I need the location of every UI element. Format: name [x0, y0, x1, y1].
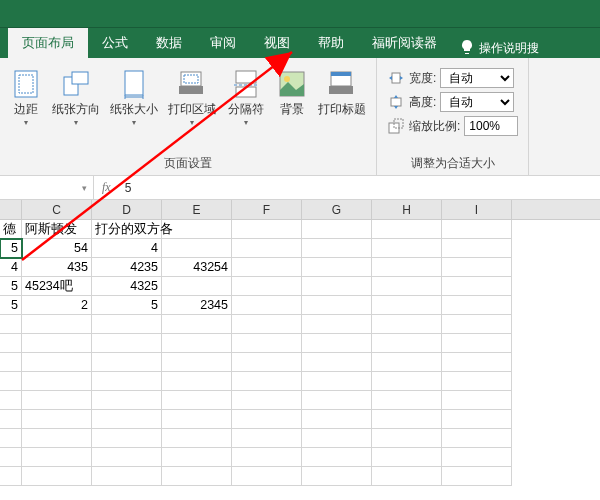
cell[interactable]	[442, 277, 512, 296]
cell[interactable]	[302, 258, 372, 277]
tab-data[interactable]: 数据	[142, 28, 196, 58]
cell[interactable]	[372, 448, 442, 467]
cell[interactable]: 4	[92, 239, 162, 258]
cell[interactable]	[372, 239, 442, 258]
cell[interactable]	[162, 467, 232, 486]
cell[interactable]	[22, 429, 92, 448]
cell[interactable]	[22, 353, 92, 372]
tab-foxit[interactable]: 福昕阅读器	[358, 28, 451, 58]
breaks-button[interactable]: 分隔符 ▾	[222, 66, 270, 129]
print-titles-button[interactable]: 打印标题	[314, 66, 370, 118]
cell[interactable]	[162, 410, 232, 429]
cell[interactable]	[162, 220, 232, 239]
cell[interactable]	[372, 467, 442, 486]
cell[interactable]	[442, 334, 512, 353]
cell[interactable]	[232, 372, 302, 391]
cell[interactable]	[22, 391, 92, 410]
cell[interactable]: 4235	[92, 258, 162, 277]
cell[interactable]	[232, 220, 302, 239]
cell[interactable]: 4325	[92, 277, 162, 296]
name-box[interactable]: ▾	[0, 176, 94, 199]
cell[interactable]	[92, 467, 162, 486]
select-all-corner[interactable]	[0, 200, 22, 219]
cell[interactable]	[162, 334, 232, 353]
cell[interactable]	[442, 372, 512, 391]
cell[interactable]	[372, 353, 442, 372]
height-select[interactable]: 自动	[440, 92, 514, 112]
cell[interactable]	[302, 429, 372, 448]
cell[interactable]: 阿斯顿发	[22, 220, 92, 239]
cell[interactable]	[92, 448, 162, 467]
cell[interactable]	[162, 391, 232, 410]
col-header[interactable]: F	[232, 200, 302, 219]
cell[interactable]	[372, 372, 442, 391]
cell[interactable]	[442, 448, 512, 467]
cell[interactable]	[0, 410, 22, 429]
cell[interactable]	[372, 429, 442, 448]
cell[interactable]	[372, 296, 442, 315]
print-area-button[interactable]: 打印区域 ▾	[164, 66, 220, 129]
tell-me-search[interactable]: 操作说明搜	[451, 39, 547, 58]
cell[interactable]: 5	[92, 296, 162, 315]
cell[interactable]	[92, 315, 162, 334]
cell[interactable]	[22, 410, 92, 429]
tab-view[interactable]: 视图	[250, 28, 304, 58]
cell[interactable]	[0, 467, 22, 486]
size-button[interactable]: 纸张大小 ▾	[106, 66, 162, 129]
cell[interactable]	[372, 277, 442, 296]
cell[interactable]	[232, 448, 302, 467]
cell[interactable]	[0, 372, 22, 391]
cell[interactable]	[22, 448, 92, 467]
cell[interactable]	[302, 334, 372, 353]
cell[interactable]	[0, 391, 22, 410]
cell[interactable]	[92, 391, 162, 410]
cell[interactable]: 5	[0, 296, 22, 315]
cell[interactable]	[232, 296, 302, 315]
tab-page-layout[interactable]: 页面布局	[8, 28, 88, 58]
cell[interactable]	[92, 353, 162, 372]
cell[interactable]	[302, 239, 372, 258]
cell[interactable]: 5	[0, 277, 22, 296]
cell[interactable]	[92, 410, 162, 429]
cell[interactable]	[0, 429, 22, 448]
cell[interactable]	[162, 353, 232, 372]
cell[interactable]	[302, 448, 372, 467]
cell[interactable]	[162, 315, 232, 334]
tab-help[interactable]: 帮助	[304, 28, 358, 58]
col-header[interactable]: G	[302, 200, 372, 219]
cell[interactable]	[232, 410, 302, 429]
tab-formulas[interactable]: 公式	[88, 28, 142, 58]
orientation-button[interactable]: 纸张方向 ▾	[48, 66, 104, 129]
cell[interactable]	[302, 315, 372, 334]
scale-input[interactable]	[464, 116, 518, 136]
cell[interactable]	[0, 353, 22, 372]
cell[interactable]	[442, 391, 512, 410]
cell[interactable]	[442, 467, 512, 486]
cell[interactable]	[92, 429, 162, 448]
cell[interactable]: 54	[22, 239, 92, 258]
cell[interactable]: 4	[0, 258, 22, 277]
cell[interactable]	[372, 258, 442, 277]
cell[interactable]	[442, 258, 512, 277]
cell[interactable]	[442, 353, 512, 372]
cell[interactable]	[302, 391, 372, 410]
col-header[interactable]: I	[442, 200, 512, 219]
cell[interactable]	[302, 467, 372, 486]
cell[interactable]	[442, 429, 512, 448]
col-header[interactable]: C	[22, 200, 92, 219]
fx-icon[interactable]: fx	[94, 180, 119, 195]
cell[interactable]	[22, 334, 92, 353]
cell[interactable]	[232, 258, 302, 277]
cell[interactable]	[162, 277, 232, 296]
cell[interactable]: 打分的双方各	[92, 220, 162, 239]
cell[interactable]	[92, 334, 162, 353]
cell[interactable]: 45234吧	[22, 277, 92, 296]
cell[interactable]: 德	[0, 220, 22, 239]
cell[interactable]	[442, 220, 512, 239]
cell[interactable]	[0, 315, 22, 334]
cell[interactable]	[232, 429, 302, 448]
cell[interactable]	[22, 315, 92, 334]
cell[interactable]	[372, 410, 442, 429]
cell[interactable]	[162, 239, 232, 258]
cell[interactable]	[302, 220, 372, 239]
